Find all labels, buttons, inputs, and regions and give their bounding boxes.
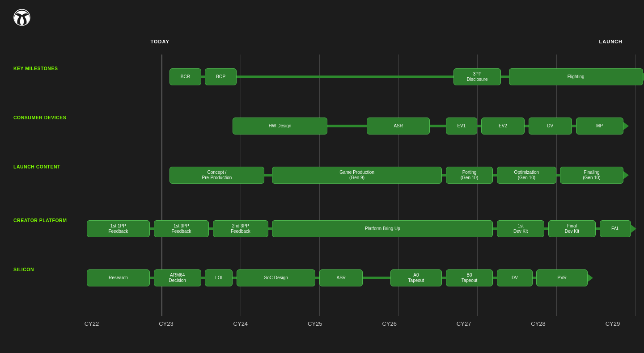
milestone-key-milestones-2: 3PP Disclosure <box>453 68 501 85</box>
milestone-consumer-devices-4: DV <box>529 118 572 134</box>
milestone-consumer-devices-2: EV1 <box>446 118 478 134</box>
milestone-launch-content-4: Finaling (Gen 10) <box>560 167 623 184</box>
milestone-silicon-0: Research <box>87 269 150 286</box>
milestone-launch-content-0: Concept / Pre-Production <box>169 167 264 184</box>
milestone-creator-platform-1: 1st 3PP Feedback <box>154 220 209 237</box>
xbox-logo <box>13 9 30 26</box>
milestone-creator-platform-5: Final Dev Kit <box>548 220 596 237</box>
arrow-launch-content <box>623 171 629 179</box>
milestone-creator-platform-6: FAL <box>600 220 631 237</box>
milestone-consumer-devices-0: HW Design <box>233 118 327 134</box>
row-label-silicon: SILICON <box>13 267 78 273</box>
year-label: CY29 <box>604 320 622 327</box>
milestone-silicon-5: A0 Tapeout <box>390 269 442 286</box>
year-label: CY23 <box>157 320 175 327</box>
milestone-consumer-devices-3: EV2 <box>481 118 525 134</box>
milestone-creator-platform-2: 2nd 3PP Feedback <box>213 220 268 237</box>
year-label: CY25 <box>306 320 324 327</box>
main-container: CY22CY23CY24CY25CY26CY27CY28CY29TODAYLAU… <box>0 0 644 353</box>
milestone-silicon-6: B0 Tapeout <box>446 269 493 286</box>
launch-label: LAUNCH <box>599 39 623 44</box>
milestone-silicon-8: PVR <box>536 269 588 286</box>
milestone-silicon-2: LOI <box>205 269 233 286</box>
year-label: CY22 <box>83 320 101 327</box>
milestone-silicon-4: ASR <box>319 269 363 286</box>
milestone-consumer-devices-1: ASR <box>367 118 430 134</box>
year-label: CY24 <box>232 320 250 327</box>
milestone-creator-platform-3: Platform Bring Up <box>272 220 493 237</box>
milestone-silicon-7: DV <box>497 269 532 286</box>
year-label: CY26 <box>381 320 398 327</box>
header <box>13 9 631 26</box>
milestone-key-milestones-3: Flighting <box>509 68 643 85</box>
grid-line <box>83 55 83 316</box>
year-label: CY28 <box>530 320 547 327</box>
milestone-launch-content-2: Porting (Gen 10) <box>446 167 493 184</box>
milestone-key-milestones-0: BCR <box>169 68 201 85</box>
chart-area: CY22CY23CY24CY25CY26CY27CY28CY29TODAYLAU… <box>13 37 631 327</box>
milestone-creator-platform-0: 1st 1PP Feedback <box>87 220 150 237</box>
milestone-launch-content-3: Optimization (Gen 10) <box>497 167 556 184</box>
arrow-creator-platform <box>631 225 636 233</box>
milestone-consumer-devices-5: MP <box>576 118 623 134</box>
row-label-creator-platform: CREATOR PLATFORM <box>13 218 78 224</box>
milestone-launch-content-1: Game Production (Gen 9) <box>272 167 441 184</box>
arrow-silicon <box>588 274 593 282</box>
milestone-silicon-1: ARM64 Decision <box>154 269 201 286</box>
grid-line <box>635 55 636 316</box>
milestone-key-milestones-1: BOP <box>205 68 237 85</box>
row-label-consumer-devices: CONSUMER DEVICES <box>13 115 78 121</box>
year-label: CY27 <box>455 320 473 327</box>
milestone-creator-platform-4: 1st Dev Kit <box>497 220 544 237</box>
today-label: TODAY <box>150 39 169 44</box>
row-label-launch-content: LAUNCH CONTENT <box>13 164 78 170</box>
row-label-key-milestones: KEY MILESTONES <box>13 66 78 72</box>
milestone-silicon-3: SoC Design <box>237 269 315 286</box>
arrow-consumer-devices <box>623 122 629 130</box>
